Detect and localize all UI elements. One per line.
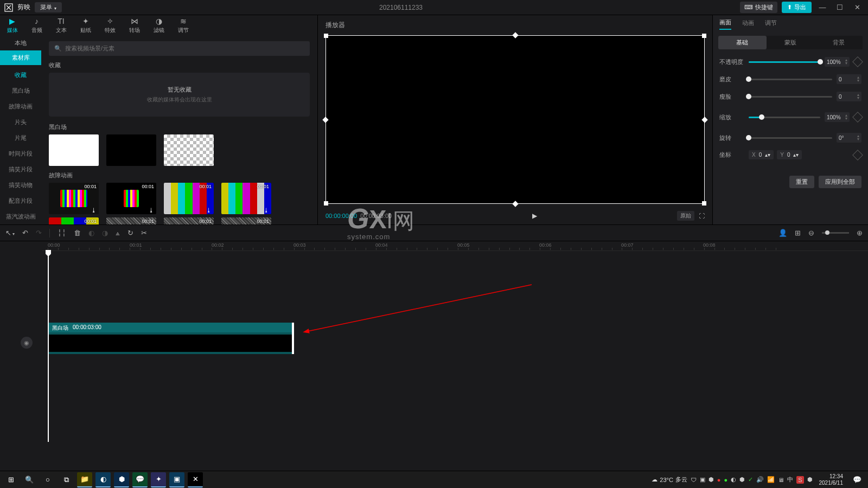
ratio-button[interactable]: 原始 — [677, 211, 694, 221]
app-icon-1[interactable]: ◐ — [95, 472, 111, 487]
resize-handle[interactable] — [702, 34, 706, 38]
keyframe-button[interactable] — [852, 150, 863, 160]
timeline-ruler[interactable]: 00:00 00:01 00:02 00:03 00:04 00:05 00:0… — [42, 241, 868, 251]
cat-glitch[interactable]: 故障动画 — [0, 99, 41, 114]
download-icon[interactable]: ⭳ — [206, 207, 212, 213]
tray-icon[interactable]: ▣ — [700, 476, 705, 483]
keyframe-button[interactable] — [852, 112, 863, 123]
resize-handle[interactable] — [702, 201, 706, 206]
export-button[interactable]: ⬆ 导出 — [782, 2, 812, 13]
zoom-out[interactable]: ⊖ — [808, 229, 814, 237]
scale-slider[interactable] — [749, 117, 820, 118]
download-icon[interactable]: ⭳ — [91, 207, 97, 213]
rotate-tool[interactable]: ↻ — [127, 229, 133, 237]
clock[interactable]: 12:34 2021/6/11 — [816, 473, 847, 486]
sidetab-local[interactable]: 本地 — [0, 36, 41, 50]
coord-y[interactable]: Y0▴▾ — [777, 150, 802, 159]
search-input[interactable]: 🔍搜索视频场景/元素 — [49, 41, 310, 56]
track-toggle[interactable]: ◉ — [21, 337, 33, 349]
timeline[interactable]: 00:00 00:01 00:02 00:03 00:04 00:05 00:0… — [0, 241, 868, 436]
cat-intro[interactable]: 片头 — [0, 114, 41, 130]
thumb-glitch-8[interactable]: 00:01 — [221, 217, 271, 224]
smooth-slider[interactable] — [749, 79, 832, 80]
rotate-value[interactable]: 0°▴▾ — [837, 133, 861, 143]
tray-icon[interactable]: ● — [724, 477, 728, 483]
app-icon-4[interactable]: ▣ — [169, 472, 184, 487]
tray-icon[interactable]: ⬢ — [807, 476, 813, 483]
tool-5[interactable]: ◑ — [102, 229, 108, 237]
mirror-button[interactable]: ⟁ — [116, 229, 120, 237]
ime-indicator[interactable]: 中 — [787, 476, 793, 484]
thumb-glitch-6[interactable]: 00:01 — [106, 217, 156, 224]
tab-audio[interactable]: ♪音频 — [24, 15, 49, 36]
tray-icon[interactable]: 🖥 — [778, 477, 784, 483]
download-icon[interactable]: ⭳ — [149, 207, 154, 213]
jianying-icon[interactable]: ✕ — [188, 472, 203, 487]
tab-text[interactable]: TI文本 — [49, 15, 73, 36]
volume-icon[interactable]: 🔊 — [756, 476, 764, 483]
cortana-button[interactable]: ○ — [40, 472, 55, 487]
opacity-slider[interactable] — [749, 61, 820, 63]
insp-tab-animation[interactable]: 动画 — [742, 19, 754, 29]
subtab-mask[interactable]: 蒙版 — [767, 36, 815, 49]
redo-button[interactable]: ↷ — [36, 229, 42, 237]
start-button[interactable]: ⊞ — [3, 472, 18, 487]
explorer-icon[interactable]: 📁 — [77, 472, 92, 487]
resize-handle[interactable] — [322, 117, 328, 123]
thumb-glitch-5[interactable]: 00:01 — [49, 217, 99, 224]
cat-funny[interactable]: 搞笑片段 — [0, 162, 41, 177]
keyframe-button[interactable] — [852, 56, 863, 67]
subtab-background[interactable]: 背景 — [814, 36, 863, 49]
split-button[interactable]: ╎╎ — [58, 229, 66, 237]
smooth-value[interactable]: 0▴▾ — [837, 74, 861, 84]
tray-icon[interactable]: ⬢ — [709, 476, 714, 483]
coord-x[interactable]: X0▴▾ — [749, 150, 774, 159]
tab-sticker[interactable]: ✦贴纸 — [73, 15, 98, 36]
tab-effect[interactable]: ✧特效 — [98, 15, 122, 36]
opacity-value[interactable]: 100%▴▾ — [825, 57, 850, 67]
cat-funny-animal[interactable]: 搞笑动物 — [0, 177, 41, 193]
app-icon-2[interactable]: ⬢ — [114, 472, 129, 487]
tray-icon[interactable]: ◐ — [731, 476, 736, 483]
fullscreen-button[interactable]: ⛶ — [699, 213, 705, 219]
insp-tab-adjust[interactable]: 调节 — [765, 19, 777, 29]
tab-filter[interactable]: ◑滤镜 — [146, 15, 171, 36]
thin-value[interactable]: 0▴▾ — [837, 92, 861, 101]
tool-4[interactable]: ◐ — [88, 229, 94, 237]
minimize-button[interactable]: — — [816, 1, 829, 14]
maximize-button[interactable]: ☐ — [833, 1, 846, 14]
thumb-glitch-7[interactable]: 00:01 — [164, 217, 214, 224]
insp-tab-picture[interactable]: 画面 — [719, 18, 731, 30]
select-tool[interactable]: ↖ — [5, 229, 15, 237]
thin-slider[interactable] — [749, 96, 832, 98]
tray-icon[interactable]: ● — [717, 477, 721, 483]
notifications-button[interactable]: 💬 — [850, 472, 865, 487]
tab-transition[interactable]: ⋈转场 — [122, 15, 146, 36]
resize-handle[interactable] — [701, 117, 707, 123]
network-icon[interactable]: 📶 — [767, 476, 775, 483]
preview-toggle[interactable]: 👤 — [778, 229, 787, 237]
system-tray[interactable]: 🛡 ▣ ⬢ ● ● ◐ ⬢ ✓ 🔊 📶 🖥 中 S ⬢ — [691, 476, 813, 484]
sidetab-library[interactable]: 素材库 — [0, 50, 41, 65]
apply-all-button[interactable]: 应用到全部 — [819, 176, 861, 188]
wechat-icon[interactable]: 💬 — [132, 472, 148, 487]
resize-handle[interactable] — [324, 34, 328, 38]
tab-adjust[interactable]: ≋调节 — [171, 15, 195, 36]
timeline-tracks[interactable]: ◉ 黑白场00:00:03:00 — [0, 251, 868, 435]
app-icon-3[interactable]: ✦ — [151, 472, 166, 487]
cat-vaporwave[interactable]: 蒸汽波动画 — [0, 209, 41, 224]
tray-icon[interactable]: ✓ — [748, 476, 753, 483]
thumb-glitch-3[interactable]: 00:01⭳ — [164, 183, 214, 214]
taskview-button[interactable]: ⧉ — [59, 472, 74, 487]
resize-handle[interactable] — [512, 201, 518, 207]
thumb-glitch-2[interactable]: 00:01⭳ — [106, 183, 156, 214]
undo-button[interactable]: ↶ — [22, 229, 28, 237]
scale-value[interactable]: 100%▴▾ — [825, 112, 850, 122]
thumb-transparent[interactable] — [164, 134, 214, 166]
thumb-glitch-1[interactable]: 00:01⭳ — [49, 183, 99, 214]
cat-voiceover[interactable]: 配音片段 — [0, 193, 41, 209]
menu-button[interactable]: 菜单 — [35, 2, 62, 12]
subtab-basic[interactable]: 基础 — [718, 36, 767, 49]
cat-outro[interactable]: 片尾 — [0, 130, 41, 146]
resize-handle[interactable] — [324, 201, 328, 206]
